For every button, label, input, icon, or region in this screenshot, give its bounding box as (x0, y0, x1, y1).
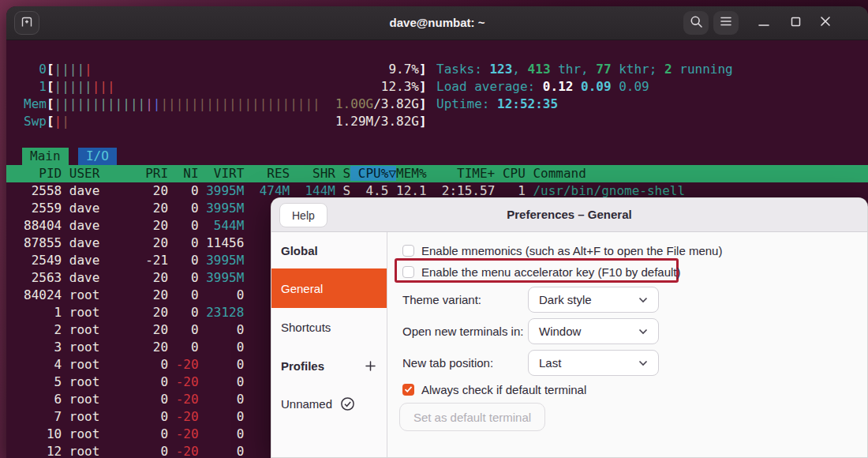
close-button[interactable] (817, 15, 833, 31)
htop-info-line: Load average: 0.12 0.09 0.09 (436, 78, 649, 96)
sidebar-general-label: General (281, 282, 323, 295)
tab-position-dropdown[interactable]: Last (528, 350, 659, 376)
menu-button[interactable] (713, 11, 739, 35)
sidebar-heading-profiles: Profiles (271, 347, 387, 385)
accelerator-checkbox[interactable] (402, 266, 414, 278)
close-icon (820, 16, 831, 30)
help-button[interactable]: Help (279, 203, 327, 227)
default-terminal-checkbox[interactable] (402, 384, 414, 396)
plus-icon (365, 361, 376, 371)
htop-tab-io[interactable]: I/O (78, 148, 117, 165)
new-tab-icon (21, 16, 33, 31)
profile-name-label: Unnamed (281, 397, 332, 411)
mnemonics-checkbox[interactable] (402, 245, 414, 257)
dialog-content: Enable mnemonics (such as Alt+F to open … (388, 232, 867, 457)
tab-position-label: New tab position: (402, 350, 493, 376)
dialog-sidebar: Global General Shortcuts Profiles Unname… (271, 232, 387, 457)
window-title: dave@numbat: ~ (6, 6, 868, 39)
sidebar-item-shortcuts[interactable]: Shortcuts (271, 308, 387, 347)
mnemonics-label: Enable mnemonics (such as Alt+F to open … (421, 244, 722, 257)
add-profile-button[interactable] (365, 361, 376, 371)
meter-1: 1[|||||||| 12.3%] (24, 78, 427, 96)
meter-swp: Swp[|| 1.29M/3.82G] (24, 113, 427, 130)
search-icon (690, 15, 703, 32)
help-button-label: Help (292, 209, 315, 222)
theme-variant-dropdown[interactable]: Dark style (528, 287, 659, 313)
htop-info-line: Tasks: 123, 413 thr, 77 kthr; 2 running (436, 61, 733, 78)
theme-variant-label: Theme variant: (402, 287, 481, 313)
sort-column-cpu[interactable]: CPU%▽ (350, 166, 396, 181)
minimize-icon (758, 15, 769, 31)
htop-column-header-text: PID USER PRI NI VIRT RES SHR S CPU%▽MEM%… (24, 165, 586, 182)
sidebar-item-profile-unnamed[interactable]: Unnamed (271, 385, 387, 422)
htop-info-line: Uptime: 12:52:35 (436, 96, 558, 113)
set-default-terminal-button[interactable]: Set as default terminal (399, 403, 545, 431)
meter-mem: Mem[||||||||||||||||||||||||||||||||||| … (24, 96, 427, 113)
sidebar-profiles-label: Profiles (281, 359, 324, 373)
accelerator-checkbox-row[interactable]: Enable the menu accelerator key (F10 by … (402, 265, 681, 279)
chevron-down-icon (638, 328, 648, 335)
set-default-terminal-label: Set as default terminal (413, 411, 531, 424)
htop-screen-tabs: Main I/O (22, 148, 117, 165)
desktop: { "window": { "title": "dave@numbat: ~" … (0, 0, 868, 458)
dialog-title: Preferences – General (271, 198, 867, 231)
check-icon (404, 385, 413, 393)
new-tab-button[interactable] (14, 11, 39, 35)
default-terminal-checkbox-row[interactable]: Always check if default terminal (402, 382, 586, 396)
htop-column-header[interactable]: PID USER PRI NI VIRT RES SHR S CPU%▽MEM%… (6, 165, 868, 182)
sidebar-global-label: Global (281, 244, 318, 257)
open-terminals-label: Open new terminals in: (402, 318, 523, 344)
titlebar[interactable]: dave@numbat: ~ (6, 6, 868, 40)
htop-tab-main[interactable]: Main (22, 148, 69, 165)
search-button[interactable] (683, 11, 709, 35)
sidebar-item-general[interactable]: General (271, 268, 387, 308)
chevron-down-icon (638, 360, 648, 366)
sidebar-heading-global: Global (271, 232, 387, 268)
dialog-header: Preferences – General Help (271, 198, 867, 232)
chevron-down-icon (638, 297, 648, 303)
mnemonics-checkbox-row[interactable]: Enable mnemonics (such as Alt+F to open … (402, 243, 722, 257)
minimize-button[interactable] (756, 15, 772, 31)
maximize-button[interactable] (788, 15, 803, 31)
accelerator-label: Enable the menu accelerator key (F10 by … (421, 265, 681, 279)
open-terminals-dropdown[interactable]: Window (528, 318, 659, 344)
hamburger-icon (720, 16, 732, 30)
preferences-dialog: Preferences – General Help Global Genera… (271, 197, 868, 458)
meter-0: 0[||||| 9.7%] (24, 61, 427, 78)
tab-position-value: Last (539, 356, 561, 370)
theme-variant-value: Dark style (539, 293, 592, 306)
sidebar-shortcuts-label: Shortcuts (281, 321, 331, 334)
default-terminal-label: Always check if default terminal (421, 383, 586, 396)
open-terminals-value: Window (539, 325, 581, 338)
default-profile-check-icon (340, 396, 355, 411)
maximize-icon (791, 16, 801, 30)
